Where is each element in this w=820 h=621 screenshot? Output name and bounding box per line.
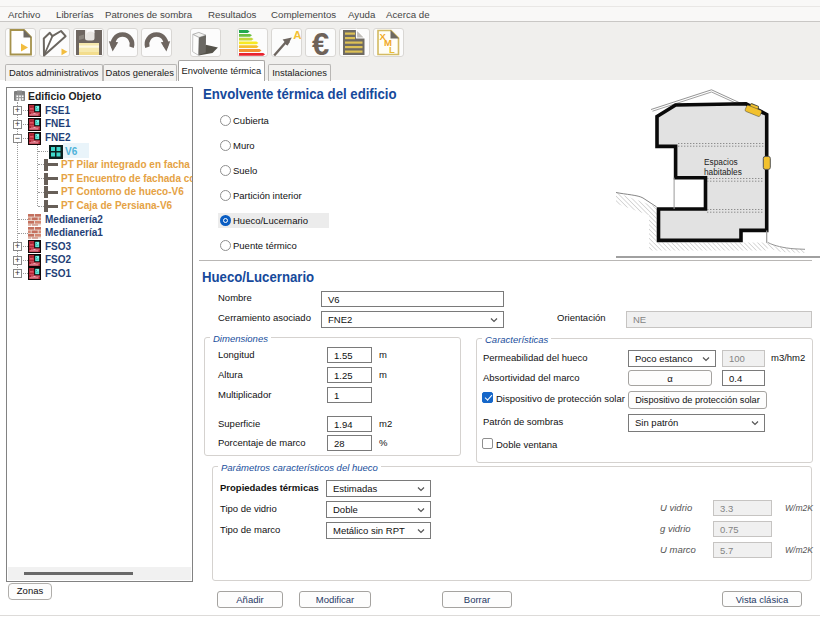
svg-text:Espacios: Espacios xyxy=(704,157,738,167)
svg-text:L: L xyxy=(389,44,395,55)
svg-text:€: € xyxy=(312,28,329,57)
svg-text:A: A xyxy=(293,29,301,41)
svg-text:habitables: habitables xyxy=(704,167,742,177)
